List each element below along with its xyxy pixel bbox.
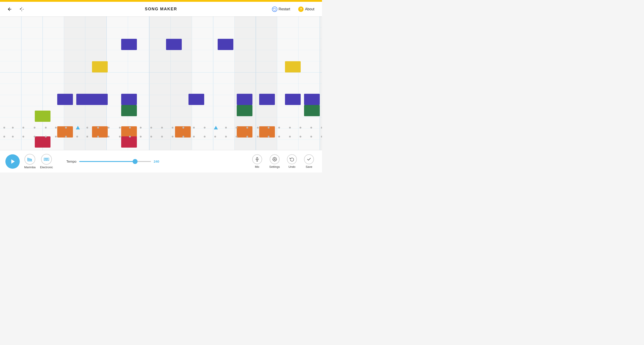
note-block[interactable]: [76, 94, 108, 105]
note-block[interactable]: [285, 61, 301, 72]
percussion-dot[interactable]: [108, 127, 110, 128]
grid-canvas[interactable]: [0, 16, 322, 150]
percussion-dot[interactable]: [55, 136, 57, 138]
restart-button[interactable]: Restart: [270, 5, 292, 13]
main-grid[interactable]: [0, 16, 322, 150]
percussion-dot[interactable]: [3, 127, 5, 128]
percussion-dot[interactable]: [310, 127, 312, 128]
percussion-triangle[interactable]: [214, 126, 218, 130]
note-block[interactable]: [57, 94, 73, 105]
percussion-dot[interactable]: [119, 136, 121, 138]
save-button[interactable]: Save: [301, 153, 316, 170]
note-block[interactable]: [121, 39, 137, 50]
percussion-dot[interactable]: [140, 127, 142, 128]
percussion-dot[interactable]: [204, 136, 206, 138]
instrument-electronic[interactable]: Electronic: [40, 154, 53, 169]
percussion-dot[interactable]: [12, 136, 14, 138]
percussion-dot[interactable]: [246, 127, 248, 128]
undo-button[interactable]: Undo: [284, 153, 300, 170]
note-block[interactable]: [285, 94, 301, 105]
percussion-dot[interactable]: [268, 127, 270, 128]
percussion-dot[interactable]: [45, 127, 47, 128]
note-block[interactable]: [121, 94, 137, 105]
percussion-row-2[interactable]: [0, 132, 322, 141]
percussion-dot[interactable]: [12, 127, 14, 128]
percussion-dot[interactable]: [289, 136, 291, 138]
percussion-row-1[interactable]: [0, 123, 322, 132]
percussion-dot[interactable]: [268, 136, 270, 138]
percussion-dot[interactable]: [257, 136, 259, 138]
percussion-dot[interactable]: [300, 136, 301, 138]
svg-rect-46: [46, 160, 47, 160]
percussion-triangle[interactable]: [76, 126, 80, 130]
note-block[interactable]: [237, 94, 252, 105]
percussion-dot[interactable]: [129, 136, 131, 138]
play-button[interactable]: [6, 154, 20, 169]
percussion-dot[interactable]: [140, 136, 142, 138]
percussion-dot[interactable]: [65, 127, 67, 128]
marimba-label: Marimba: [24, 166, 36, 169]
percussion-dot[interactable]: [182, 127, 184, 128]
percussion-dot[interactable]: [129, 127, 131, 128]
percussion-dot[interactable]: [34, 136, 36, 138]
percussion-dot[interactable]: [236, 127, 238, 128]
percussion-dot[interactable]: [119, 127, 121, 128]
note-block[interactable]: [218, 39, 233, 50]
note-block[interactable]: [237, 105, 252, 116]
percussion-dot[interactable]: [321, 136, 322, 138]
mic-button[interactable]: Mic: [250, 153, 265, 170]
percussion-dot[interactable]: [108, 136, 110, 138]
percussion-dot[interactable]: [193, 127, 195, 128]
percussion-dot[interactable]: [150, 136, 152, 138]
percussion-dot[interactable]: [22, 127, 24, 128]
about-button[interactable]: ? About: [296, 5, 316, 13]
back-button[interactable]: [6, 5, 14, 14]
instrument-marimba[interactable]: Marimba: [24, 154, 36, 169]
percussion-dot[interactable]: [278, 127, 280, 128]
note-block[interactable]: [304, 105, 320, 116]
move-button[interactable]: [18, 5, 26, 14]
percussion-dot[interactable]: [55, 127, 57, 128]
note-block[interactable]: [35, 110, 50, 122]
note-block[interactable]: [304, 94, 320, 105]
percussion-dot[interactable]: [150, 127, 152, 128]
note-block[interactable]: [92, 61, 108, 72]
percussion-dot[interactable]: [225, 136, 227, 138]
percussion-dot[interactable]: [97, 136, 99, 138]
percussion-dot[interactable]: [65, 136, 67, 138]
percussion-dot[interactable]: [172, 136, 174, 138]
percussion-dot[interactable]: [172, 127, 174, 128]
percussion-dot[interactable]: [300, 127, 301, 128]
percussion-dot[interactable]: [246, 136, 248, 138]
percussion-dot[interactable]: [257, 127, 259, 128]
percussion-dot[interactable]: [161, 127, 163, 128]
percussion-dot[interactable]: [278, 136, 280, 138]
percussion-dot[interactable]: [289, 127, 291, 128]
percussion-dot[interactable]: [310, 136, 312, 138]
top-bar: [0, 0, 322, 2]
percussion-dot[interactable]: [225, 127, 227, 128]
percussion-dot[interactable]: [182, 136, 184, 138]
percussion-dot[interactable]: [321, 127, 322, 128]
tempo-slider[interactable]: [79, 161, 151, 162]
note-block[interactable]: [188, 94, 204, 105]
percussion-dot[interactable]: [236, 136, 238, 138]
percussion-dot[interactable]: [204, 127, 206, 128]
percussion-dot[interactable]: [86, 127, 88, 128]
svg-rect-39: [44, 158, 45, 160]
percussion-dot[interactable]: [214, 136, 216, 138]
settings-button[interactable]: Settings: [266, 153, 282, 170]
percussion-dot[interactable]: [193, 136, 195, 138]
percussion-dot[interactable]: [45, 136, 47, 138]
percussion-dot[interactable]: [34, 127, 36, 128]
percussion-dot[interactable]: [161, 136, 163, 138]
percussion-dot[interactable]: [22, 136, 24, 138]
tempo-label: Tempo: [66, 160, 76, 163]
percussion-dot[interactable]: [86, 136, 88, 138]
note-block[interactable]: [166, 39, 182, 50]
note-block[interactable]: [121, 105, 137, 116]
percussion-dot[interactable]: [76, 136, 78, 138]
note-block[interactable]: [259, 94, 275, 105]
percussion-dot[interactable]: [3, 136, 5, 138]
percussion-dot[interactable]: [97, 127, 99, 128]
